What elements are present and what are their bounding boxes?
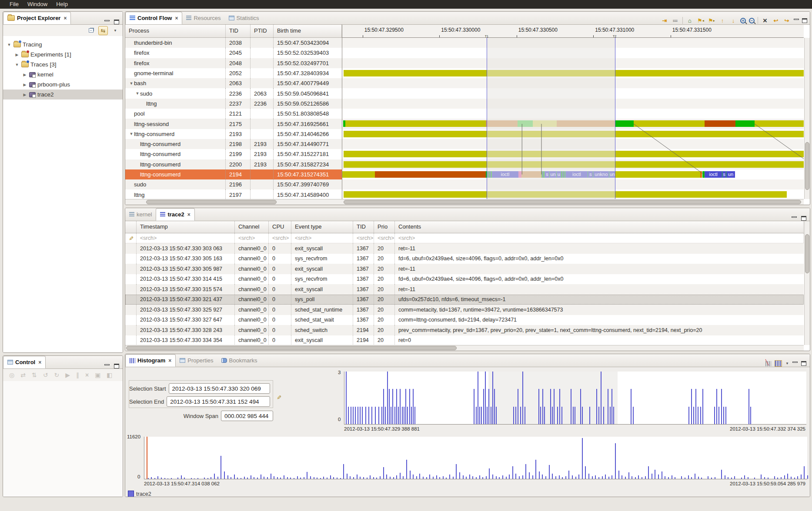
minimize-icon[interactable] [792,216,797,218]
state-segment[interactable] [344,70,804,76]
state-row-2048[interactable] [342,58,804,68]
state-row-2063[interactable] [342,78,804,88]
process-row[interactable]: firefox204815:50:52.032497701 [125,58,342,68]
scrollbar-thumb[interactable] [344,200,801,204]
tree-item-kernel[interactable]: ▶kernel [3,70,123,80]
state-segment[interactable] [486,120,517,127]
state-row-2038[interactable] [342,38,804,48]
state-segment[interactable] [755,120,804,127]
tree-item-trace2[interactable]: ▶trace2 [3,90,123,100]
process-row[interactable]: lttng-sessiond217515:50:47.316925661 [125,119,342,129]
process-row[interactable]: lttng219715:50:47.314589400 [125,189,342,199]
process-row[interactable]: lttng2237223615:50:59.052126586 [125,99,342,109]
tab-resources[interactable]: Resources [182,12,224,24]
column-header-channel[interactable]: Channel [235,221,269,233]
state-segment[interactable] [533,120,557,127]
scrollbar-thumb[interactable] [805,234,809,273]
follow-arrow-backward-icon[interactable]: ↩ [772,17,780,24]
menu-help[interactable]: Help [52,0,72,9]
time-graph-chart[interactable]: ioctlsunuioctlsunknounioctlsun [342,38,804,199]
close-icon[interactable]: × [168,358,171,364]
event-row[interactable]: 2012-03-13 15:50:47.330 314 415channel0_… [125,274,804,285]
filter-gutter[interactable]: ✎ [125,233,137,243]
event-row[interactable]: 2012-03-13 15:50:47.330 321 437channel0_… [125,295,804,305]
state-segment-un[interactable]: un [549,171,556,178]
full-range-histogram[interactable] [144,437,807,479]
tab-kernel[interactable]: kernel [125,208,156,221]
event-row[interactable]: 2012-03-13 15:50:47.330 328 243channel0_… [125,325,804,335]
state-row-2052[interactable] [342,68,804,78]
close-icon[interactable]: × [187,212,190,218]
state-segment[interactable] [344,151,804,157]
column-header-ptid[interactable]: PTID [251,25,274,37]
event-row[interactable]: 2012-03-13 15:50:47.330 305 163channel0_… [125,254,804,264]
event-row[interactable]: 2012-03-13 15:50:47.330 325 927channel0_… [125,305,804,315]
process-row[interactable]: ▼lttng-consumerd219315:50:47.314046266 [125,129,342,139]
filter-input-cpu[interactable]: <srch> [269,233,291,243]
state-segment-ioctl[interactable]: ioctl [565,171,588,178]
import-icon[interactable]: ↻ [54,372,59,378]
state-segment-ioctl[interactable]: ioctl [704,171,722,178]
column-header-birth-time[interactable]: Birth time [274,25,342,37]
state-segment[interactable] [344,131,804,137]
view-menu-icon[interactable]: ▼ [785,362,789,365]
filter-input-timestamp[interactable]: <srch> [137,233,235,243]
state-segment[interactable] [705,120,735,127]
stop-icon[interactable]: × [85,372,89,378]
state-segment-s[interactable]: s [588,171,593,178]
filter-input-contents[interactable]: <srch> [395,233,804,243]
minimize-icon[interactable] [104,20,110,21]
disconnect-icon[interactable]: ⇅ [32,372,37,378]
column-header-gutter[interactable] [125,221,137,233]
tree-item-traces[interactable]: ▼Traces [3] [3,60,123,70]
column-header-event-type[interactable]: Event type [291,221,353,233]
process-table-hscrollbar[interactable] [125,199,342,205]
state-segment[interactable] [344,161,804,168]
maximize-icon[interactable] [801,216,806,221]
state-segment-s[interactable]: s [544,171,549,178]
window-span-input[interactable] [221,411,273,421]
zoom-in-icon[interactable]: + [740,18,746,23]
snapshot-icon[interactable]: ▣ [95,372,100,378]
state-segment[interactable] [561,171,565,178]
state-segment[interactable] [615,171,700,178]
zoom-out-icon[interactable]: − [749,18,755,23]
state-row-2197[interactable] [342,189,804,199]
column-header-timestamp[interactable]: Timestamp [137,221,235,233]
move-up-icon[interactable]: ↑ [718,17,726,24]
selection-start-line[interactable] [487,38,487,199]
close-icon[interactable]: × [63,15,67,21]
state-row-2045[interactable] [342,48,804,58]
filter-input-prio[interactable]: <srch> [374,233,395,243]
state-row-2236[interactable] [342,88,804,98]
view-menu-icon[interactable]: ▼ [110,26,120,35]
column-header-tid[interactable]: TID [226,25,251,37]
tab-histogram[interactable]: Histogram × [125,354,176,367]
state-segment-un[interactable]: un [609,171,615,178]
process-row[interactable]: lttng-consumerd2199219315:50:47.31522718… [125,149,342,159]
event-row[interactable]: 2012-03-13 15:50:47.330 315 574channel0_… [125,284,804,295]
state-row-2175[interactable] [342,119,804,129]
scrollbar-thumb[interactable] [126,346,457,350]
reset-zoom-home-icon[interactable]: ⌂ [686,17,694,24]
event-row[interactable]: 2012-03-13 15:50:47.330 334 354channel0_… [125,335,804,345]
minimize-icon[interactable] [794,19,799,20]
tree-twisty-icon[interactable]: ▶ [22,83,27,87]
state-segment-unkno[interactable]: unkno [593,171,609,178]
state-row-2199[interactable] [342,149,804,159]
state-segment[interactable] [634,120,705,127]
row-twisty-icon[interactable]: ▼ [135,91,140,96]
minimize-icon[interactable] [104,364,110,365]
hide-arrows-icon[interactable]: ✕ [761,17,769,24]
state-segment[interactable] [344,191,787,198]
maximize-icon[interactable] [801,361,806,366]
align-time-axis-icon[interactable]: ⇥ [661,17,668,24]
tab-control[interactable]: Control × [3,356,46,368]
state-segment[interactable] [557,120,615,127]
edit-selection-icon[interactable]: ✎ [276,395,282,400]
tree-twisty-icon[interactable]: ▼ [7,43,12,47]
events-filter-row[interactable]: ✎<srch><srch><srch><srch><srch><srch><sr… [125,233,804,243]
process-row[interactable]: ▼sudo2236206315:50:59.045096841 [125,88,342,98]
hide-lost-events-icon[interactable]: ╲ [765,361,771,366]
move-down-icon[interactable]: ↓ [729,17,737,24]
